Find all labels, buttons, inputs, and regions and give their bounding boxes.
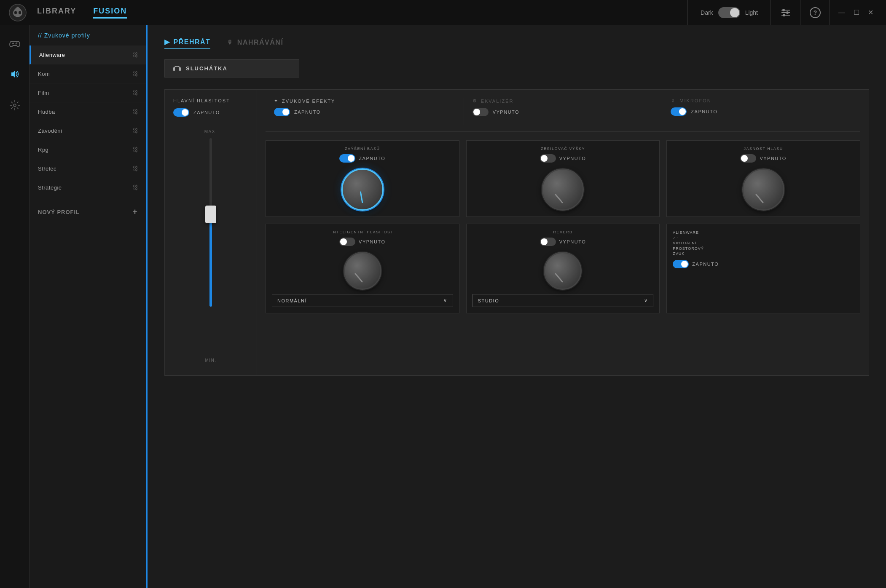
- slider-fill: [209, 214, 212, 307]
- section-mikrofon: 🎙 MIKROFON ZAPNUTO: [662, 98, 860, 125]
- headphone-icon: [173, 64, 181, 73]
- top-knobs-grid: ZVÝŠENÍ BASŮ ZAPNUTO ZESILOVAČ VÝŠKY: [266, 140, 860, 217]
- profile-item-zavod[interactable]: Závodění ⛓: [30, 121, 146, 140]
- content-area: ▶ PŘEHRÁT 🎙 NAHRÁVÁNÍ SLUCHÁTKA: [148, 25, 886, 588]
- profile-list-header: // Zvukové profily: [30, 32, 146, 45]
- vysky-knob[interactable]: [542, 168, 584, 211]
- toggle-knob: [541, 155, 548, 162]
- basy-toggle-row: ZAPNUTO: [339, 154, 385, 163]
- volume-slider-track[interactable]: [209, 138, 212, 307]
- theme-toggle[interactable]: [718, 7, 740, 18]
- jasnost-toggle[interactable]: [740, 154, 756, 163]
- bottom-knobs-grid: INTELIGENTNÍ HLASITOST VYPNUTO NORMÁLNÍ …: [266, 224, 860, 313]
- slider-track-container[interactable]: [173, 134, 248, 358]
- jasnost-knob-title: JASNOST HLASU: [744, 147, 783, 151]
- toggle-knob: [473, 109, 480, 115]
- minimize-button[interactable]: —: [838, 9, 845, 16]
- section-ekvalizér: ⚙ EKVALIZÉR VYPNUTO: [464, 98, 663, 125]
- profile-item-strelec[interactable]: Střelec ⛓: [30, 159, 146, 178]
- jasnost-toggle-label: VYPNUTO: [760, 156, 786, 161]
- tab-recording[interactable]: 🎙 NAHRÁVÁNÍ: [227, 38, 283, 49]
- titlebar-right: Dark Light ? — ☐ ✕: [687, 0, 886, 25]
- eq-toggle[interactable]: [473, 108, 489, 116]
- reverb-knob[interactable]: [544, 252, 582, 290]
- int-hlasitost-knob[interactable]: [344, 252, 381, 290]
- vysky-toggle[interactable]: [540, 154, 556, 163]
- reverb-dropdown[interactable]: STUDIO ∨: [473, 294, 654, 307]
- toggle-knob: [348, 155, 354, 162]
- sidebar-icon-effects[interactable]: [5, 96, 24, 115]
- sliders-icon: [780, 7, 792, 19]
- profile-item-rpg[interactable]: Rpg ⛓: [30, 140, 146, 159]
- zvukove-toggle-label: ZAPNUTO: [294, 110, 321, 115]
- profile-list: // Zvukové profily Alienware ⛓ Kom ⛓ Fil…: [30, 25, 148, 588]
- reverb-toggle-row: VYPNUTO: [540, 238, 586, 246]
- slider-min-label: MIN.: [205, 358, 216, 363]
- vysky-toggle-label: VYPNUTO: [559, 156, 586, 161]
- profile-item-alienware[interactable]: Alienware ⛓: [30, 45, 146, 64]
- basy-toggle[interactable]: [339, 154, 355, 163]
- int-hlasitost-toggle[interactable]: [339, 238, 355, 246]
- link-icon: ⛓: [132, 108, 138, 115]
- mic-toggle-label: ZAPNUTO: [691, 109, 717, 114]
- profile-item-hudba[interactable]: Hudba ⛓: [30, 102, 146, 121]
- zvukove-toggle-row: ZAPNUTO: [274, 108, 455, 116]
- toggle-knob: [340, 238, 347, 245]
- spatial-toggle-row: ZAPNUTO: [673, 260, 854, 268]
- chevron-down-icon: ∨: [644, 298, 648, 303]
- tab-fusion[interactable]: FUSION: [93, 7, 127, 19]
- toggle-knob: [679, 108, 686, 115]
- reverb-toggle[interactable]: [540, 238, 556, 246]
- link-icon: ⛓: [132, 70, 138, 77]
- spatial-toggle[interactable]: [673, 260, 689, 268]
- profile-item-film[interactable]: Film ⛓: [30, 83, 146, 102]
- close-button[interactable]: ✕: [868, 8, 873, 16]
- help-icon-btn[interactable]: ?: [800, 0, 830, 25]
- reverb-toggle-label: VYPNUTO: [559, 239, 586, 244]
- mic-toggle-row: ZAPNUTO: [671, 107, 852, 116]
- zvukove-toggle[interactable]: [274, 108, 290, 116]
- maximize-button[interactable]: ☐: [854, 8, 859, 16]
- int-hlasitost-dropdown[interactable]: NORMÁLNÍ ∨: [272, 294, 453, 307]
- spatial-title: ALIENWARE 7.1 VIRTUÁLNÍ PROSTOROVÝ ZVUK: [673, 230, 854, 257]
- volume-panel-title: HLAVNÍ HLASITOST: [173, 98, 230, 103]
- svg-point-15: [13, 104, 16, 107]
- play-icon: ▶: [164, 38, 170, 46]
- mic-toggle[interactable]: [671, 107, 687, 116]
- mikrofon-title: 🎙 MIKROFON: [671, 98, 852, 103]
- basy-knob[interactable]: [341, 168, 384, 211]
- knob-card-vysky: ZESILOVAČ VÝŠKY VYPNUTO: [466, 140, 660, 217]
- int-hlasitost-toggle-label: VYPNUTO: [359, 239, 385, 244]
- ekvalizér-title: ⚙ EKVALIZÉR: [473, 98, 654, 104]
- tab-playback[interactable]: ▶ PŘEHRÁT: [164, 38, 210, 49]
- vysky-knob-title: ZESILOVAČ VÝŠKY: [541, 147, 585, 151]
- eq-toggle-label: VYPNUTO: [493, 110, 519, 115]
- sidebar-icon-audio[interactable]: [5, 65, 24, 83]
- new-profile-button[interactable]: NOVÝ PROFIL +: [30, 201, 146, 223]
- profile-item-strategie[interactable]: Strategie ⛓: [30, 178, 146, 197]
- light-label: Light: [745, 9, 758, 16]
- main-layout: // Zvukové profily Alienware ⛓ Kom ⛓ Fil…: [0, 25, 886, 588]
- link-icon: ⛓: [132, 184, 138, 191]
- volume-toggle[interactable]: [173, 108, 189, 117]
- profile-item-kom[interactable]: Kom ⛓: [30, 64, 146, 83]
- plus-icon: +: [132, 207, 138, 217]
- settings-icon-btn[interactable]: [771, 0, 800, 25]
- effects-header: ✦ ZVUKOVÉ EFEKTY ZAPNUTO ⚙: [266, 98, 860, 132]
- jasnost-knob[interactable]: [742, 168, 784, 211]
- link-icon: ⛓: [132, 89, 138, 96]
- window-controls: — ☐ ✕: [830, 8, 882, 16]
- link-icon: ⛓: [132, 51, 138, 58]
- toggle-knob: [741, 155, 748, 162]
- svg-point-14: [15, 43, 16, 45]
- sidebar-icon-gamepad[interactable]: [5, 34, 24, 52]
- device-bar-label: SLUCHÁTKA: [186, 65, 228, 72]
- device-bar[interactable]: SLUCHÁTKA: [164, 59, 299, 78]
- knob-card-reverb: REVERB VYPNUTO STUDIO ∨: [466, 224, 660, 313]
- svg-line-21: [17, 107, 19, 109]
- volume-panel: HLAVNÍ HLASITOST ZAPNUTO MAX.: [164, 89, 257, 376]
- titlebar-left: LIBRARY FUSION: [0, 3, 687, 22]
- slider-thumb[interactable]: [205, 206, 216, 223]
- tab-library[interactable]: LIBRARY: [37, 7, 76, 19]
- section-zvukove-efekty: ✦ ZVUKOVÉ EFEKTY ZAPNUTO: [266, 98, 464, 125]
